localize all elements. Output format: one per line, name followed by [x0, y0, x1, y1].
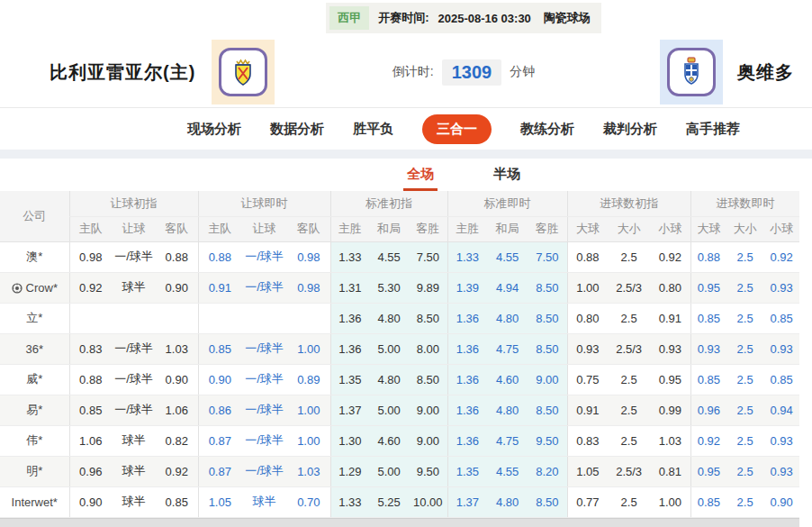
goals-live-cell: 2.5: [726, 456, 763, 486]
goals-initial-cell: 2.5: [608, 241, 650, 272]
handicap-live-cell: 一/球半: [241, 241, 287, 272]
standard-initial-cell: 1.36: [330, 303, 369, 333]
subcol-header: 主队: [69, 216, 112, 241]
table-row: 立*1.364.808.501.364.808.500.802.50.910.8…: [0, 303, 799, 333]
nav-item-live-analysis[interactable]: 现场分析: [187, 114, 241, 144]
tab-half-time[interactable]: 半场: [490, 166, 524, 191]
bookmaker-cell[interactable]: 伟*: [0, 425, 69, 456]
handicap-initial-cell: 球半: [112, 272, 156, 303]
goals-initial-cell: 0.93: [567, 333, 608, 364]
standard-initial-cell: 5.25: [369, 486, 409, 517]
handicap-initial-cell: 0.85: [69, 395, 112, 425]
odds-table: 公司 让球初指 让球即时 标准初指 标准即时 进球数初指 进球数即时 主队 让球…: [0, 191, 799, 518]
standard-live-cell: 4.75: [487, 425, 528, 456]
bookmaker-cell[interactable]: Crow*: [0, 272, 69, 303]
goals-initial-cell: 1.03: [650, 425, 690, 456]
goals-initial-cell: 0.99: [650, 395, 690, 425]
standard-initial-cell: 9.50: [409, 456, 447, 486]
nav-item-expert-picks[interactable]: 高手推荐: [686, 114, 740, 144]
goals-live-cell: 0.85: [690, 486, 726, 517]
goals-live-cell: 2.5: [726, 303, 763, 333]
page: 西甲 开赛时间: 2025-08-16 03:30 陶瓷球场 倒计时: 1309…: [0, 0, 812, 191]
standard-initial-cell: 1.36: [330, 333, 369, 364]
subcol-header: 让球: [241, 216, 287, 241]
standard-live-cell: 8.50: [528, 272, 567, 303]
bookmaker-cell[interactable]: 36*: [0, 333, 69, 364]
group-header-standard-initial: 标准初指: [330, 191, 447, 216]
bookmaker-cell[interactable]: 立*: [0, 303, 69, 333]
handicap-live-cell: 0.87: [198, 425, 241, 456]
handicap-initial-cell: 0.90: [69, 486, 112, 517]
goals-live-cell: 0.92: [763, 241, 799, 272]
goals-initial-cell: 2.5: [608, 303, 650, 333]
goals-initial-cell: 0.91: [650, 303, 690, 333]
standard-live-cell: 4.55: [487, 456, 528, 486]
subcol-header: 小球: [650, 216, 690, 241]
standard-live-cell: 4.80: [487, 486, 528, 517]
group-header-standard-live: 标准即时: [447, 191, 567, 216]
nav-item-three-in-one[interactable]: 三合一: [422, 114, 492, 144]
handicap-initial-cell: [69, 303, 112, 333]
handicap-live-cell: [241, 303, 287, 333]
countdown-label: 倒计时:: [392, 64, 434, 80]
tab-full-time[interactable]: 全场: [403, 166, 438, 191]
handicap-live-cell: 0.98: [287, 272, 330, 303]
goals-initial-cell: 1.05: [567, 456, 608, 486]
nav-item-referee-analysis[interactable]: 裁判分析: [603, 114, 657, 144]
subcol-header: 大小: [726, 216, 763, 241]
goals-live-cell: 0.94: [763, 395, 799, 425]
handicap-live-cell: [287, 303, 330, 333]
kickoff-label: 开赛时间:: [378, 10, 429, 26]
column-header-company: 公司: [0, 191, 69, 241]
standard-initial-cell: 4.55: [369, 241, 409, 272]
handicap-initial-cell: [156, 303, 198, 333]
table-row: 伟*1.06球半0.820.87一/球半1.001.304.609.001.36…: [0, 425, 799, 456]
standard-initial-cell: 9.89: [409, 272, 447, 303]
goals-live-cell: 0.96: [690, 395, 726, 425]
subcol-header: 大小: [608, 216, 650, 241]
handicap-live-cell: 0.90: [198, 364, 241, 395]
handicap-live-cell: 0.86: [198, 395, 241, 425]
handicap-live-cell: 0.89: [287, 364, 330, 395]
subcol-header: 大球: [690, 216, 726, 241]
handicap-initial-cell: 球半: [112, 425, 156, 456]
goals-live-cell: 0.93: [763, 333, 799, 364]
handicap-live-cell: 一/球半: [241, 425, 287, 456]
nav-divider-strip: [0, 150, 812, 159]
standard-live-cell: 1.35: [447, 456, 487, 486]
standard-live-cell: 1.36: [447, 333, 487, 364]
table-row: 36*0.83一/球半1.030.85一/球半1.001.365.008.001…: [0, 333, 799, 364]
odds-table-head: 公司 让球初指 让球即时 标准初指 标准即时 进球数初指 进球数即时 主队 让球…: [0, 191, 799, 241]
handicap-live-cell: 1.00: [287, 333, 330, 364]
goals-initial-cell: 0.95: [650, 364, 690, 395]
bookmaker-cell[interactable]: Interwet*: [0, 486, 69, 517]
period-tabs: 全场 半场: [0, 159, 812, 191]
bookmaker-cell[interactable]: 明*: [0, 456, 69, 486]
bookmaker-cell[interactable]: 易*: [0, 395, 69, 425]
table-row: Interwet*0.90球半0.851.05球半0.701.335.2510.…: [0, 486, 799, 517]
home-logo-patch: [212, 40, 275, 104]
handicap-initial-cell: 0.92: [156, 456, 198, 486]
bookmaker-cell[interactable]: 澳*: [0, 241, 69, 272]
handicap-live-cell: 0.88: [198, 241, 241, 272]
goals-initial-cell: 2.5: [608, 425, 650, 456]
handicap-live-cell: 一/球半: [241, 364, 287, 395]
handicap-live-cell: 0.91: [198, 272, 241, 303]
handicap-live-cell: 一/球半: [241, 333, 287, 364]
nav-item-data-analysis[interactable]: 数据分析: [270, 114, 324, 144]
standard-initial-cell: 8.50: [409, 303, 447, 333]
nav-item-coach-analysis[interactable]: 教练分析: [520, 114, 574, 144]
goals-live-cell: 2.5: [726, 395, 763, 425]
bookmaker-cell[interactable]: 威*: [0, 364, 69, 395]
subcol-header: 小球: [763, 216, 799, 241]
match-info-bar: 西甲 开赛时间: 2025-08-16 03:30 陶瓷球场: [0, 0, 812, 36]
group-header-handicap-initial: 让球初指: [69, 191, 198, 216]
handicap-initial-cell: 1.06: [69, 425, 112, 456]
goals-live-cell: 0.88: [690, 241, 726, 272]
group-header-handicap-live: 让球即时: [198, 191, 330, 216]
away-team: 奥维多: [660, 36, 794, 108]
nav-item-win-draw-lose[interactable]: 胜平负: [353, 114, 393, 144]
goals-live-cell: 2.5: [726, 333, 763, 364]
standard-initial-cell: 4.60: [369, 425, 409, 456]
standard-live-cell: 4.80: [487, 303, 528, 333]
